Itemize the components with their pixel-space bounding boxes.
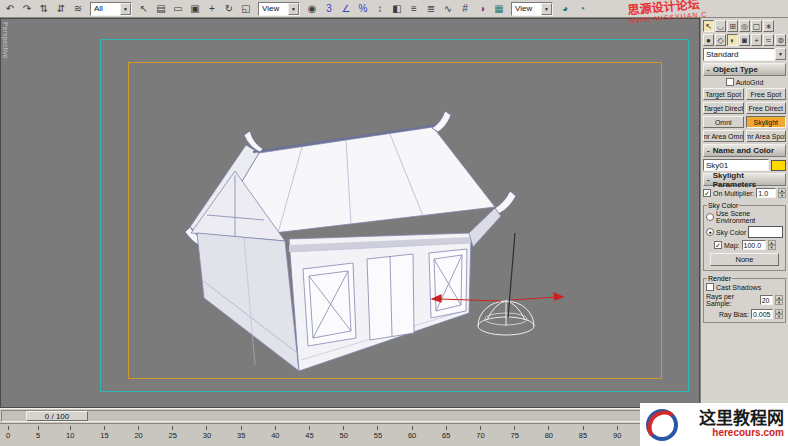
light-type-button[interactable]: Free Spot <box>746 88 787 100</box>
chevron-down-icon[interactable]: ▼ <box>541 3 552 15</box>
chevron-down-icon[interactable]: ▼ <box>775 48 786 60</box>
light-type-button[interactable]: mr Area Spot <box>746 130 787 142</box>
object-name-input[interactable]: Sky01 <box>703 159 769 171</box>
light-type-button[interactable]: mr Area Omni <box>703 130 744 142</box>
category-systems[interactable]: ⊚ <box>775 34 786 46</box>
sky-color-radio[interactable]: ● <box>706 228 714 236</box>
command-panel: ↖◡⊞◎▢∗ ●◇◐◙+≈⊚ Standard ▼ - Object Type … <box>700 18 788 446</box>
unlink-selection-icon[interactable]: ⇵ <box>53 1 69 16</box>
perspective-viewport[interactable]: Perspective <box>0 18 700 408</box>
rays-per-sample-field[interactable]: 20 <box>760 295 773 305</box>
time-slider[interactable]: 0 / 100 <box>0 408 700 423</box>
align-icon[interactable]: ≡ <box>406 1 422 16</box>
tab-motion[interactable]: ◎ <box>739 20 750 32</box>
light-type-dropdown[interactable]: Standard ▼ <box>703 48 786 61</box>
undo-icon[interactable]: ↶ <box>2 1 18 16</box>
curve-editor-icon[interactable]: ∿ <box>440 1 456 16</box>
ray-bias-spinner[interactable]: ▲▼ <box>775 309 783 319</box>
category-geometry[interactable]: ● <box>703 34 714 46</box>
collapse-icon[interactable]: - <box>707 65 710 74</box>
time-slider-handle[interactable]: 0 / 100 <box>26 411 88 421</box>
material-editor-icon[interactable]: ◑ <box>474 1 490 16</box>
tab-display[interactable]: ▢ <box>751 20 762 32</box>
select-by-name-icon[interactable]: ▤ <box>153 1 169 16</box>
collapse-icon[interactable]: - <box>707 146 710 155</box>
bind-to-space-warp-icon[interactable]: ≋ <box>70 1 86 16</box>
select-object-icon[interactable]: ↖ <box>136 1 152 16</box>
light-type-button[interactable]: Skylight <box>746 116 787 128</box>
tab-hierarchy[interactable]: ⊞ <box>727 20 738 32</box>
category-space-warps[interactable]: ≈ <box>763 34 774 46</box>
time-slider-track[interactable]: 0 / 100 <box>1 410 699 422</box>
render-type-dropdown[interactable]: View ▼ <box>511 2 553 16</box>
light-type-button[interactable]: Free Direct <box>746 102 787 114</box>
rollout-object-type[interactable]: - Object Type <box>703 63 786 76</box>
track-bar[interactable]: 0510152025303540455055606570758085909510… <box>0 423 700 446</box>
autogrid-checkbox[interactable] <box>726 78 734 86</box>
mirror-icon[interactable]: ◧ <box>389 1 405 16</box>
frame-tick: 45 <box>305 426 313 440</box>
angle-snap-icon[interactable]: ∠ <box>338 1 354 16</box>
select-and-move-icon[interactable]: + <box>204 1 220 16</box>
use-pivot-point-icon[interactable]: ◉ <box>304 1 320 16</box>
watermark-site-url: herecours.com <box>712 427 784 439</box>
spinner-down-icon[interactable]: ▼ <box>775 314 783 319</box>
select-and-scale-icon[interactable]: ◱ <box>238 1 254 16</box>
rays-spinner[interactable]: ▲▼ <box>775 295 783 305</box>
3dsmax-window: ↶↷⇅⇵≋ All ▼ ↖▤▭▣+↻◱ View ▼ ◉3∠%↕◧≡≣∿#◑▦ … <box>0 0 788 446</box>
cast-shadows-label: Cast Shadows <box>716 284 761 291</box>
light-type-button[interactable]: Omni <box>703 116 744 128</box>
select-and-rotate-icon[interactable]: ↻ <box>221 1 237 16</box>
light-type-button[interactable]: Target Direct <box>703 102 744 114</box>
snap-toggle-icon[interactable]: 3 <box>321 1 337 16</box>
sky-color-swatch[interactable] <box>748 226 783 238</box>
object-color-swatch[interactable] <box>771 160 786 171</box>
select-and-link-icon[interactable]: ⇅ <box>36 1 52 16</box>
selection-filter-dropdown[interactable]: All ▼ <box>90 2 132 16</box>
rollout-name-and-color[interactable]: - Name and Color <box>703 144 786 157</box>
render-last-icon[interactable]: ◔ <box>574 1 590 16</box>
map-spinner[interactable]: ▲▼ <box>768 240 776 250</box>
chevron-down-icon[interactable]: ▼ <box>288 3 299 15</box>
percent-snap-icon[interactable]: % <box>355 1 371 16</box>
ray-bias-field[interactable]: 0.005 <box>751 309 773 319</box>
frame-tick: 55 <box>374 426 382 440</box>
light-type-value: Standard <box>703 48 775 61</box>
tab-utilities[interactable]: ∗ <box>763 20 774 32</box>
category-helpers[interactable]: + <box>751 34 762 46</box>
map-checkbox[interactable]: ✓ <box>714 241 722 249</box>
category-lights[interactable]: ◐ <box>727 34 738 46</box>
spinner-snap-icon[interactable]: ↕ <box>372 1 388 16</box>
rectangular-selection-region-icon[interactable]: ▭ <box>170 1 186 16</box>
light-type-button[interactable]: Target Spot <box>703 88 744 100</box>
cast-shadows-checkbox[interactable] <box>706 283 714 291</box>
rollout-skylight-parameters[interactable]: - Skylight Parameters <box>703 173 786 186</box>
category-shapes[interactable]: ◇ <box>715 34 726 46</box>
window-crossing-icon[interactable]: ▣ <box>187 1 203 16</box>
tab-create[interactable]: ↖ <box>703 20 714 32</box>
tab-modify[interactable]: ◡ <box>715 20 726 32</box>
layer-manager-icon[interactable]: ≣ <box>423 1 439 16</box>
use-scene-environment-radio[interactable] <box>706 213 714 221</box>
map-amount-field[interactable]: 100.0 <box>742 240 766 250</box>
quick-render-icon[interactable]: ◕ <box>557 1 573 16</box>
skylight-gizmo[interactable] <box>478 301 534 335</box>
command-panel-tabs: ↖◡⊞◎▢∗ <box>703 20 786 32</box>
multiplier-spinner[interactable]: ▲▼ <box>778 188 786 198</box>
spinner-down-icon[interactable]: ▼ <box>768 245 776 250</box>
multiplier-field[interactable]: 1.0 <box>756 188 776 198</box>
chevron-down-icon[interactable]: ▼ <box>120 3 131 15</box>
on-checkbox[interactable]: ✓ <box>703 189 711 197</box>
reference-coordinate-dropdown[interactable]: View ▼ <box>258 2 300 16</box>
collapse-icon[interactable]: - <box>707 175 710 184</box>
spinner-down-icon[interactable]: ▼ <box>778 193 786 198</box>
frame-tick: 5 <box>36 426 40 440</box>
frame-tick: 50 <box>340 426 348 440</box>
map-none-button[interactable]: None <box>710 253 779 266</box>
spinner-down-icon[interactable]: ▼ <box>775 300 783 305</box>
house-model[interactable] <box>185 111 516 371</box>
redo-icon[interactable]: ↷ <box>19 1 35 16</box>
category-cameras[interactable]: ◙ <box>739 34 750 46</box>
schematic-view-icon[interactable]: # <box>457 1 473 16</box>
render-setup-icon[interactable]: ▦ <box>491 1 507 16</box>
